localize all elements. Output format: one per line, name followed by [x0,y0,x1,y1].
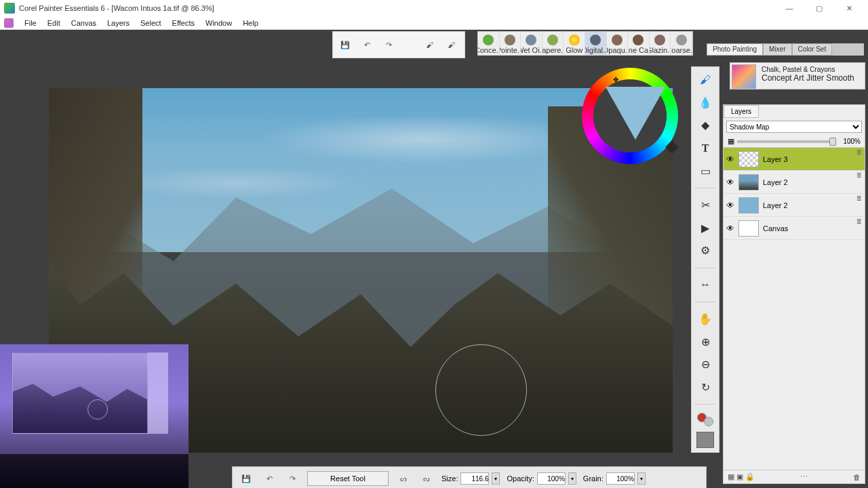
minimize-button[interactable]: — [774,0,804,16]
crop-tool[interactable]: ✂ [696,197,715,214]
menu-help[interactable]: Help [237,18,264,28]
visibility-icon[interactable]: 👁 [726,224,734,233]
webcam-overlay [0,344,189,488]
straight-stroke-button[interactable]: ᔓ [418,470,435,487]
reset-tool-button[interactable]: Reset Tool [307,471,389,486]
layer-thumb [738,197,759,214]
stack-icon: ≣ [856,149,862,156]
menu-window[interactable]: Window [200,18,237,28]
adjust-tool[interactable]: ⚙ [696,242,715,260]
tab-mixer[interactable]: Mixer [763,43,791,56]
grain-label: Grain: [583,474,604,483]
dropper-tool[interactable]: 💧 [696,94,715,112]
stack-icon: ≣ [856,218,862,225]
brush-tapered[interactable]: Tapere... [542,32,564,55]
menu-canvas[interactable]: Canvas [66,18,102,28]
brush-tool[interactable]: 🖌 [696,71,715,89]
menu-file[interactable]: File [19,18,42,28]
brush-info[interactable]: Chalk, Pastel & Crayons Concept Art Jitt… [730,62,865,89]
maximize-button[interactable]: ▢ [804,0,834,16]
hand-tool[interactable]: ✋ [696,310,715,328]
save-button-2[interactable]: 💾 [238,470,254,487]
layer-buttons[interactable]: ▦ ▣ 🔒 [728,472,755,481]
brush-pointed[interactable]: Pointe... [500,32,521,55]
opacity-dropdown-icon[interactable]: ▾ [568,472,576,485]
stack-icon: ≣ [856,195,862,202]
brush-wetoil[interactable]: Wet Oi... [521,32,542,55]
zoom-out-tool[interactable]: ⊖ [696,356,715,373]
paper-swatch[interactable] [696,432,714,448]
save-button[interactable]: 💾 [337,37,353,53]
menu-select[interactable]: Select [135,18,167,28]
tab-color-set[interactable]: Color Set [792,43,833,56]
size-label: Size: [441,474,458,483]
visibility-icon[interactable]: 👁 [726,155,734,164]
brush-cursor-icon [435,344,527,436]
layers-panel: Layers Shadow Map ▦ 100% 👁 Layer 3 ≣ 👁 L… [723,104,865,484]
brush-coarse[interactable]: Coarse... [671,32,692,55]
visibility-icon[interactable]: 👁 [726,201,734,210]
brush-fine[interactable]: Fine Ca... [628,32,650,55]
brush-thumb-icon [732,64,756,89]
opacity-input[interactable] [537,472,566,485]
mirror-tool[interactable]: ↔ [696,276,715,293]
brush-digital[interactable]: Digital... [585,32,607,55]
stack-icon: ≣ [856,172,862,179]
brush-preset-1-button[interactable]: 🖌 [421,37,437,53]
rotate-tool[interactable]: ↻ [696,379,715,396]
opacity-icon: ▦ [728,137,734,146]
brush-opaque[interactable]: Opaqu... [607,32,629,55]
panel-tabs: Photo Painting Mixer Color Set [707,43,864,56]
grain-input[interactable] [606,472,635,485]
brush-palette: Conce... Pointe... Wet Oi... Tapere... G… [477,31,693,56]
undo-button-2[interactable]: ↶ [261,470,277,487]
layer-menu-icon[interactable]: ⋯ [800,472,808,481]
color-swatches[interactable] [697,413,713,426]
opacity-value: 100% [839,138,861,145]
redo-button-2[interactable]: ↷ [284,470,300,487]
size-input[interactable] [460,472,489,485]
brush-preset-2-button[interactable]: 🖌 [443,37,459,53]
layer-row[interactable]: 👁 Layer 3 ≣ [724,148,865,171]
delete-layer-button[interactable]: 🗑 [853,473,861,481]
tab-photo-painting[interactable]: Photo Painting [707,43,763,56]
text-tool[interactable]: T [696,140,715,157]
brush-name: Concept Art Jitter Smooth [762,73,861,83]
undo-button[interactable]: ↶ [359,37,375,53]
visibility-icon[interactable]: 👁 [726,178,734,187]
layer-row[interactable]: 👁 Canvas ≣ [724,217,865,240]
toolbox: 🖌 💧 ◆ T ▭ ✂ ▶ ⚙ ↔ ✋ ⊕ ⊖ ↻ [691,66,719,453]
arrow-tool[interactable]: ▶ [696,219,715,237]
zoom-in-tool[interactable]: ⊕ [696,333,715,351]
layers-tab[interactable]: Layers [724,105,759,118]
brush-category: Chalk, Pastel & Crayons [762,66,861,73]
eraser-tool[interactable]: ▭ [696,162,715,180]
layer-list: 👁 Layer 3 ≣ 👁 Layer 2 ≣ 👁 Layer 2 ≣ 👁 [724,147,865,470]
layers-footer: ▦ ▣ 🔒 ⋯ 🗑 [724,470,865,483]
menu-layers[interactable]: Layers [102,18,135,28]
property-bar: 💾 ↶ ↷ Reset Tool ᔕ ᔓ Size: ▾ Opacity: ▾ … [232,466,707,488]
grain-dropdown-icon[interactable]: ▾ [637,472,646,485]
layer-row[interactable]: 👁 Layer 2 ≣ [724,171,865,194]
size-dropdown-icon[interactable]: ▾ [492,472,500,485]
redo-button[interactable]: ↷ [380,37,397,53]
opacity-slider[interactable] [737,140,836,143]
app-logo-icon [4,3,15,14]
bucket-tool[interactable]: ◆ [696,117,715,134]
brush-glow[interactable]: Glow [564,32,585,55]
color-wheel[interactable]: ✥ [582,68,678,164]
brush-concept[interactable]: Conce... [478,32,500,55]
opacity-label: Opacity: [507,474,534,483]
layer-thumb [738,151,759,167]
close-button[interactable]: ✕ [834,0,864,16]
doc-logo-icon [4,18,14,28]
titlebar: Corel Painter Essentials 6 - [Wacom Intu… [0,0,868,16]
layer-row[interactable]: 👁 Layer 2 ≣ [724,194,865,217]
freehand-stroke-button[interactable]: ᔕ [395,470,412,487]
menu-effects[interactable]: Effects [167,18,200,28]
toolbar-top: 💾 ↶ ↷ 🖌 🖌 [332,31,465,58]
workarea: 💾 ↶ ↷ 🖌 🖌 Conce... Pointe... Wet Oi... T… [0,30,868,488]
brush-glazing[interactable]: Glazin... [650,32,671,55]
blend-mode-select[interactable]: Shadow Map [726,121,862,133]
menu-edit[interactable]: Edit [42,18,66,28]
